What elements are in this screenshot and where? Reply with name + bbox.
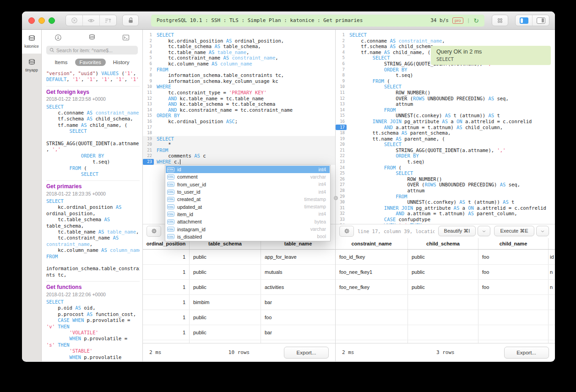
code-line[interactable]: 22 ORDER BY [336, 153, 555, 159]
code-line[interactable]: 18 tt.schema AS parent_schema, [336, 130, 555, 136]
code-line[interactable]: 15ORDER BY [143, 113, 335, 119]
toggle-right-panel-button[interactable] [533, 15, 549, 26]
export-button[interactable]: Export... [504, 347, 549, 359]
favorite-item[interactable]: Get functions2018-01-22 18:22:06 +0000SE… [46, 282, 140, 361]
autocomplete-item[interactable]: COLinstagram_idvarchar [166, 225, 330, 233]
sort-button[interactable] [100, 15, 116, 26]
autocomplete-item[interactable]: COLis_disabledbool [166, 233, 330, 240]
close-circle-button[interactable] [66, 15, 83, 26]
code-line[interactable]: 30 UNNEST(c.confkey) AS t (attnum)) AS t [336, 199, 555, 205]
code-line[interactable]: 26 ROW_NUMBER() [336, 176, 555, 182]
refresh-icon[interactable]: ↻ [473, 17, 479, 24]
code-line[interactable]: 10WHERE [143, 84, 335, 90]
code-line[interactable]: 29 FROM [336, 194, 555, 200]
lock-button[interactable] [122, 15, 139, 26]
code-line[interactable]: 8 t.seq) [336, 72, 555, 78]
export-button[interactable]: Export... [284, 347, 329, 359]
table-cell[interactable]: n [549, 280, 555, 294]
favorite-item[interactable]: Get primaries2018-01-22 18:23:35 +0000SE… [46, 181, 140, 282]
table-cell[interactable] [549, 325, 555, 340]
table-row[interactable]: foo_nee_fkey1publicfoon [336, 265, 555, 280]
table-cell[interactable]: mutuals [261, 265, 335, 279]
code-line[interactable]: 11 tc.constraint_type = 'PRIMARY KEY' [143, 90, 335, 96]
code-line[interactable]: 27 OVER (ROWS UNBOUNDED PRECEDING) AS se… [336, 182, 555, 188]
table-row[interactable] [336, 295, 555, 310]
table-row[interactable]: 1publicfoo [143, 310, 335, 325]
database-icon[interactable] [88, 34, 96, 41]
zoom-window-button[interactable] [49, 17, 55, 24]
code-line[interactable]: 8 information_schema.table_constraints t… [143, 72, 335, 78]
table-cell[interactable]: 1 [143, 280, 190, 294]
code-line[interactable]: 16 INNER JOIN pg_attribute AS a ON a.att… [336, 119, 555, 125]
splitter-drag-handle[interactable] [334, 196, 338, 200]
table-row[interactable] [336, 325, 555, 340]
table-cell[interactable] [478, 310, 549, 325]
code-line[interactable]: 9 information_schema.key_column_usage kc [143, 78, 335, 84]
connection-tinyapp[interactable]: tinyapp [22, 54, 41, 77]
connection-katonice[interactable]: katonice [22, 30, 41, 54]
table-cell[interactable]: n [549, 265, 555, 279]
table-cell[interactable]: 1 [143, 325, 190, 340]
table-cell[interactable]: foo [478, 265, 549, 279]
code-line[interactable]: 25 SELECT [336, 170, 555, 176]
terminal-icon[interactable] [122, 34, 130, 41]
code-line[interactable]: 20 SELECT [336, 142, 555, 147]
autocomplete-item[interactable]: COLattachmentbytea [166, 218, 330, 225]
code-line[interactable]: 18 [143, 130, 335, 136]
column-header[interactable]: child_schema [408, 238, 478, 249]
execute-button[interactable]: Execute ⌘E [494, 226, 534, 236]
search-input[interactable]: Search for item: ^name$... [46, 46, 138, 54]
table-cell[interactable] [408, 325, 478, 340]
tab-items[interactable]: Items [54, 60, 67, 65]
tab-favorites[interactable]: Favorites [75, 59, 106, 66]
code-line[interactable]: 12 OVER (ROWS UNBOUNDED PRECEDING) AS se… [336, 96, 555, 102]
code-line[interactable]: 3 tc.table_schema AS table_schema, [143, 44, 335, 49]
table-cell[interactable]: public [190, 250, 261, 264]
autocomplete-item[interactable]: COLcreated_attimestamp [166, 196, 330, 203]
close-window-button[interactable] [28, 17, 35, 24]
table-row[interactable]: 1bimbimbar [143, 295, 335, 310]
code-line[interactable]: 31 INNER JOIN pg_attribute AS a ON a.att… [336, 205, 555, 211]
table-cell[interactable]: public [190, 280, 261, 294]
column-header[interactable]: child_name [478, 238, 549, 249]
code-line[interactable]: 19 tt.name AS parent_name, ( [336, 136, 555, 142]
table-cell[interactable]: foo [478, 280, 549, 294]
table-cell[interactable]: public [408, 280, 478, 294]
table-cell[interactable] [408, 295, 478, 310]
execute-options-button[interactable] [536, 226, 549, 236]
code-line[interactable]: 20 * [143, 142, 335, 147]
autocomplete-item[interactable]: COLitem_idint4 [166, 211, 330, 218]
code-line[interactable]: 1SELECT [336, 32, 555, 38]
code-line[interactable]: 23 t.seq) [336, 159, 555, 165]
code-line[interactable]: 17 AND a.attnum = t.attnum) AS child_col… [336, 125, 555, 131]
table-cell[interactable]: 1 [143, 265, 190, 279]
toggle-left-panel-button[interactable] [516, 15, 533, 26]
table-cell[interactable]: bimbim [190, 295, 261, 310]
settings-button[interactable] [339, 226, 354, 237]
table-cell[interactable]: 1 [143, 295, 190, 310]
table-cell[interactable]: public [190, 325, 261, 340]
code-line[interactable]: 13 attnum [336, 101, 555, 107]
code-line[interactable]: 21FROM [143, 147, 335, 153]
code-line[interactable]: 16 kc.ordinal_position ASC; [143, 119, 335, 125]
table-cell[interactable] [336, 295, 408, 310]
table-cell[interactable]: foo [261, 310, 335, 325]
table-row[interactable] [336, 310, 555, 325]
table-cell[interactable]: app_for_leave [261, 250, 335, 264]
code-line[interactable]: 4 tc.table_name AS table_name, [143, 49, 335, 55]
table-cell[interactable] [336, 325, 408, 340]
favorite-item-partial[interactable]: "version", "uuid") VALUES ('1',DEFAULT, … [46, 69, 140, 87]
table-row[interactable]: 1publicactivities [143, 280, 335, 295]
table-cell[interactable] [408, 310, 478, 325]
table-row[interactable]: 1publicapp_for_leave [143, 250, 335, 265]
code-line[interactable]: 32 AND a.attnum = t.attnum) AS parent_co… [336, 211, 555, 217]
table-cell[interactable]: foo [478, 250, 549, 264]
tab-history[interactable]: History [113, 60, 130, 65]
favorite-item[interactable]: Get foreign keys2018-01-22 18:23:58 +000… [46, 87, 140, 181]
column-header[interactable]: constraint_name [336, 238, 408, 249]
beautify-options-button[interactable] [478, 226, 490, 236]
table-cell[interactable]: public [408, 250, 478, 264]
code-line[interactable]: 13 AND kc.table_schema = tc.table_schema [143, 101, 335, 107]
table-cell[interactable]: 1 [143, 250, 190, 264]
table-cell[interactable]: 1 [143, 310, 190, 325]
